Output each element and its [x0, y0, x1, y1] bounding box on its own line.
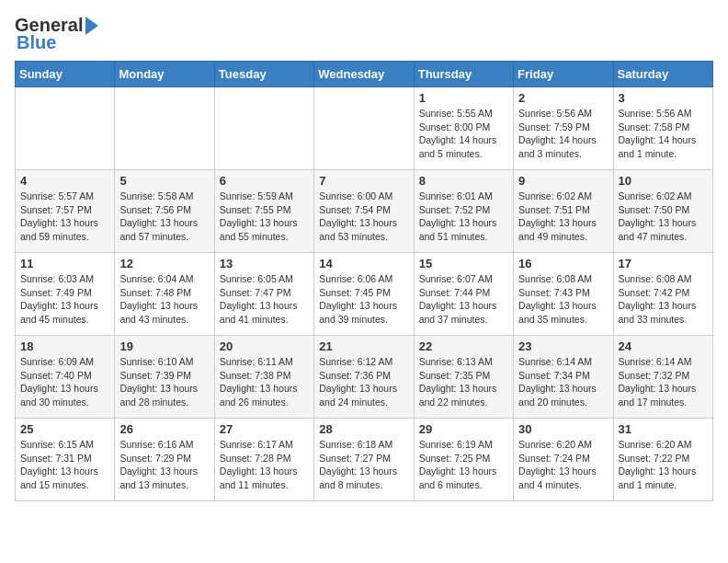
calendar-cell: 31Sunrise: 6:20 AM Sunset: 7:22 PM Dayli…	[613, 419, 712, 501]
day-info: Sunrise: 6:08 AM Sunset: 7:42 PM Dayligh…	[619, 272, 708, 327]
calendar-cell: 22Sunrise: 6:13 AM Sunset: 7:35 PM Dayli…	[414, 336, 513, 419]
day-number: 27	[220, 422, 309, 436]
day-number: 5	[119, 174, 209, 188]
day-number: 7	[319, 174, 408, 188]
page-header: General Blue	[15, 15, 713, 53]
calendar-cell	[16, 87, 115, 170]
day-info: Sunrise: 6:06 AM Sunset: 7:45 PM Dayligh…	[319, 272, 408, 327]
logo-blue-text: Blue	[15, 32, 56, 53]
day-number: 11	[20, 257, 109, 270]
calendar-cell: 9Sunrise: 6:02 AM Sunset: 7:51 PM Daylig…	[514, 170, 613, 253]
calendar-cell: 7Sunrise: 6:00 AM Sunset: 7:54 PM Daylig…	[314, 170, 414, 253]
day-number: 28	[319, 422, 408, 436]
day-info: Sunrise: 5:58 AM Sunset: 7:56 PM Dayligh…	[119, 190, 209, 244]
day-number: 3	[619, 91, 708, 105]
day-number: 10	[619, 174, 708, 188]
day-info: Sunrise: 6:08 AM Sunset: 7:43 PM Dayligh…	[518, 272, 608, 327]
day-info: Sunrise: 6:07 AM Sunset: 7:44 PM Dayligh…	[419, 272, 508, 327]
weekday-header-tuesday: Tuesday	[214, 62, 313, 87]
calendar-cell: 20Sunrise: 6:11 AM Sunset: 7:38 PM Dayli…	[214, 336, 313, 419]
day-info: Sunrise: 5:56 AM Sunset: 7:58 PM Dayligh…	[619, 107, 708, 161]
day-number: 12	[119, 257, 209, 270]
day-info: Sunrise: 6:01 AM Sunset: 7:52 PM Dayligh…	[419, 190, 508, 244]
calendar-cell: 24Sunrise: 6:14 AM Sunset: 7:32 PM Dayli…	[613, 336, 712, 419]
weekday-header-saturday: Saturday	[613, 62, 712, 87]
day-number: 1	[419, 91, 508, 105]
day-info: Sunrise: 6:12 AM Sunset: 7:36 PM Dayligh…	[319, 355, 408, 409]
day-number: 9	[518, 174, 608, 188]
calendar-cell: 25Sunrise: 6:15 AM Sunset: 7:31 PM Dayli…	[16, 419, 115, 501]
day-number: 18	[20, 339, 109, 353]
day-number: 13	[220, 257, 309, 270]
logo: General Blue	[15, 15, 98, 53]
day-info: Sunrise: 6:14 AM Sunset: 7:32 PM Dayligh…	[619, 355, 708, 409]
calendar-cell: 15Sunrise: 6:07 AM Sunset: 7:44 PM Dayli…	[414, 253, 513, 336]
day-number: 2	[518, 91, 608, 105]
calendar-cell: 23Sunrise: 6:14 AM Sunset: 7:34 PM Dayli…	[514, 336, 613, 419]
calendar-cell: 30Sunrise: 6:20 AM Sunset: 7:24 PM Dayli…	[514, 419, 613, 501]
calendar-cell: 28Sunrise: 6:18 AM Sunset: 7:27 PM Dayli…	[314, 419, 414, 501]
day-number: 4	[20, 174, 109, 188]
calendar-cell: 6Sunrise: 5:59 AM Sunset: 7:55 PM Daylig…	[214, 170, 313, 253]
calendar-cell: 27Sunrise: 6:17 AM Sunset: 7:28 PM Dayli…	[214, 419, 313, 501]
day-info: Sunrise: 6:18 AM Sunset: 7:27 PM Dayligh…	[319, 438, 408, 492]
day-number: 15	[419, 257, 508, 270]
calendar-cell: 18Sunrise: 6:09 AM Sunset: 7:40 PM Dayli…	[16, 336, 115, 419]
day-info: Sunrise: 6:11 AM Sunset: 7:38 PM Dayligh…	[220, 355, 309, 409]
day-number: 25	[20, 422, 109, 436]
weekday-header-friday: Friday	[514, 62, 613, 87]
day-number: 24	[619, 339, 708, 353]
calendar-cell	[115, 87, 214, 170]
calendar-cell: 4Sunrise: 5:57 AM Sunset: 7:57 PM Daylig…	[16, 170, 115, 253]
day-number: 14	[319, 257, 408, 270]
day-info: Sunrise: 6:10 AM Sunset: 7:39 PM Dayligh…	[119, 355, 209, 409]
day-number: 20	[220, 339, 309, 353]
calendar-cell: 11Sunrise: 6:03 AM Sunset: 7:49 PM Dayli…	[16, 253, 115, 336]
calendar-cell: 12Sunrise: 6:04 AM Sunset: 7:48 PM Dayli…	[115, 253, 214, 336]
day-info: Sunrise: 5:59 AM Sunset: 7:55 PM Dayligh…	[220, 190, 309, 244]
day-info: Sunrise: 6:14 AM Sunset: 7:34 PM Dayligh…	[518, 355, 608, 409]
day-info: Sunrise: 6:00 AM Sunset: 7:54 PM Dayligh…	[319, 190, 408, 244]
day-number: 21	[319, 339, 408, 353]
calendar-cell: 13Sunrise: 6:05 AM Sunset: 7:47 PM Dayli…	[214, 253, 313, 336]
day-info: Sunrise: 6:17 AM Sunset: 7:28 PM Dayligh…	[220, 438, 309, 492]
day-info: Sunrise: 6:20 AM Sunset: 7:22 PM Dayligh…	[619, 438, 708, 492]
weekday-header-sunday: Sunday	[16, 62, 115, 87]
weekday-header-wednesday: Wednesday	[314, 62, 414, 87]
day-info: Sunrise: 6:20 AM Sunset: 7:24 PM Dayligh…	[518, 438, 608, 492]
day-info: Sunrise: 6:13 AM Sunset: 7:35 PM Dayligh…	[419, 355, 508, 409]
calendar-week-4: 18Sunrise: 6:09 AM Sunset: 7:40 PM Dayli…	[16, 336, 713, 419]
day-info: Sunrise: 5:55 AM Sunset: 8:00 PM Dayligh…	[419, 107, 508, 161]
day-info: Sunrise: 6:19 AM Sunset: 7:25 PM Dayligh…	[419, 438, 508, 492]
calendar-cell: 10Sunrise: 6:02 AM Sunset: 7:50 PM Dayli…	[613, 170, 712, 253]
day-number: 23	[518, 339, 608, 353]
calendar-cell: 5Sunrise: 5:58 AM Sunset: 7:56 PM Daylig…	[115, 170, 214, 253]
calendar-week-2: 4Sunrise: 5:57 AM Sunset: 7:57 PM Daylig…	[16, 170, 713, 253]
day-info: Sunrise: 6:15 AM Sunset: 7:31 PM Dayligh…	[20, 438, 109, 492]
calendar-week-3: 11Sunrise: 6:03 AM Sunset: 7:49 PM Dayli…	[16, 253, 713, 336]
calendar-cell: 1Sunrise: 5:55 AM Sunset: 8:00 PM Daylig…	[414, 87, 513, 170]
day-number: 16	[518, 257, 608, 270]
day-info: Sunrise: 6:09 AM Sunset: 7:40 PM Dayligh…	[20, 355, 109, 409]
calendar-cell: 19Sunrise: 6:10 AM Sunset: 7:39 PM Dayli…	[115, 336, 214, 419]
day-info: Sunrise: 5:56 AM Sunset: 7:59 PM Dayligh…	[518, 107, 608, 161]
day-number: 6	[220, 174, 309, 188]
calendar-week-5: 25Sunrise: 6:15 AM Sunset: 7:31 PM Dayli…	[16, 419, 713, 501]
calendar-cell: 16Sunrise: 6:08 AM Sunset: 7:43 PM Dayli…	[514, 253, 613, 336]
weekday-header-thursday: Thursday	[414, 62, 513, 87]
calendar-cell: 14Sunrise: 6:06 AM Sunset: 7:45 PM Dayli…	[314, 253, 414, 336]
day-info: Sunrise: 6:05 AM Sunset: 7:47 PM Dayligh…	[220, 272, 309, 327]
day-info: Sunrise: 6:04 AM Sunset: 7:48 PM Dayligh…	[119, 272, 209, 327]
calendar-table: SundayMondayTuesdayWednesdayThursdayFrid…	[15, 61, 713, 501]
day-number: 26	[119, 422, 209, 436]
day-number: 31	[619, 422, 708, 436]
day-number: 22	[419, 339, 508, 353]
day-number: 30	[518, 422, 608, 436]
weekday-header-monday: Monday	[115, 62, 214, 87]
calendar-cell: 3Sunrise: 5:56 AM Sunset: 7:58 PM Daylig…	[613, 87, 712, 170]
calendar-cell: 17Sunrise: 6:08 AM Sunset: 7:42 PM Dayli…	[613, 253, 712, 336]
calendar-cell	[314, 87, 414, 170]
day-info: Sunrise: 6:02 AM Sunset: 7:50 PM Dayligh…	[619, 190, 708, 244]
day-number: 8	[419, 174, 508, 188]
day-info: Sunrise: 6:16 AM Sunset: 7:29 PM Dayligh…	[119, 438, 209, 492]
